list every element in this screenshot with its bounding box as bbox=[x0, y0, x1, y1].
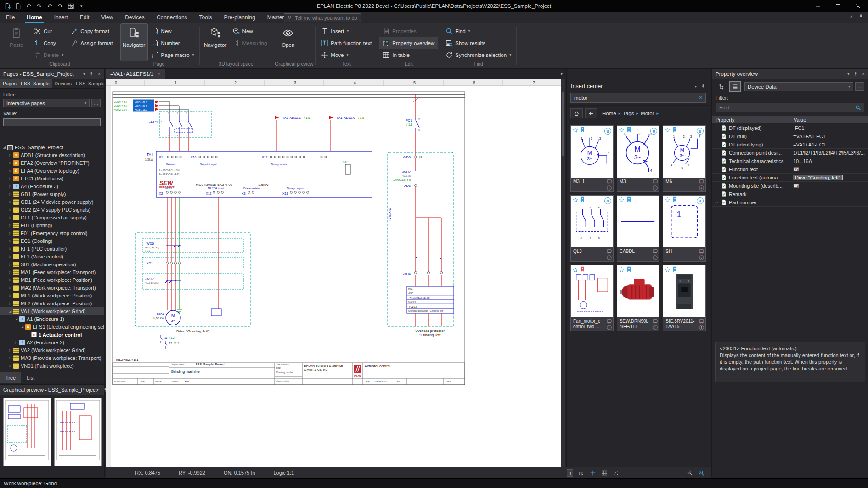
navigator-button[interactable]: Navigator bbox=[202, 24, 229, 61]
tree-item[interactable]: ▷ML2 (Work workpiece: Position) bbox=[0, 299, 104, 307]
scheme-combo[interactable]: Device Data ▾ bbox=[744, 82, 853, 91]
redo-icon[interactable]: ↷ bbox=[34, 1, 44, 11]
info-icon[interactable] bbox=[699, 185, 705, 191]
zoom-in-icon[interactable] bbox=[698, 470, 705, 476]
chevron-down-icon[interactable]: ▾ bbox=[97, 388, 99, 392]
tree-item[interactable]: ▷S01 (Machine operation) bbox=[0, 260, 104, 268]
new-button[interactable]: New bbox=[230, 25, 271, 37]
tree-expander[interactable]: ▷ bbox=[8, 302, 13, 305]
insert-mode-icon[interactable]: n bbox=[567, 470, 573, 476]
navigator-button[interactable]: Navigator bbox=[121, 24, 147, 61]
tree-expander[interactable]: ◢ bbox=[2, 146, 7, 149]
favorite-star-icon[interactable] bbox=[619, 267, 625, 273]
doc-tab-pages[interactable]: Pages - ESS_Sample_Pro... bbox=[0, 79, 52, 88]
grid-icon[interactable] bbox=[601, 470, 608, 476]
multiline-edit-icon[interactable] bbox=[793, 183, 799, 189]
delete-button[interactable]: Delete▾ bbox=[31, 49, 67, 61]
tree-expander[interactable]: ▷ bbox=[8, 161, 13, 165]
insert-tile-sew-drn90l[interactable]: SEW.DRN90L4/FE/TH bbox=[617, 265, 660, 331]
tab-list-icon[interactable]: ▾ bbox=[560, 72, 563, 76]
pin-icon[interactable] bbox=[853, 72, 858, 76]
insert-button[interactable]: Insert▾ bbox=[318, 25, 375, 37]
tree-expander[interactable]: ▷ bbox=[8, 185, 13, 188]
tree-item[interactable]: ▷GB1 (Power supply) bbox=[0, 190, 104, 198]
favorite-star-icon[interactable] bbox=[665, 197, 671, 203]
property-row[interactable]: Technical characteristics10...16A bbox=[712, 157, 868, 165]
ribbon-tab-view[interactable]: View bbox=[95, 12, 119, 23]
tree-item[interactable]: ▷MA2 (Work workpiece: Transport) bbox=[0, 284, 104, 292]
bookmark-icon[interactable] bbox=[580, 196, 585, 203]
ribbon-tab-edit[interactable]: Edit bbox=[74, 12, 96, 23]
tree-expander[interactable]: ▷ bbox=[8, 270, 13, 274]
insert-tile-m6[interactable]: 1237456M3~8M6 bbox=[663, 125, 706, 192]
move-button[interactable]: Move▾ bbox=[318, 49, 375, 61]
bookmark-icon[interactable] bbox=[626, 196, 631, 203]
new-button[interactable]: New bbox=[148, 25, 197, 37]
tree-item[interactable]: ▷MA3 (Provide workpiece: Transport) bbox=[0, 354, 104, 362]
undo-icon[interactable]: ↶ bbox=[24, 1, 33, 11]
pin-icon[interactable] bbox=[858, 14, 863, 19]
value-input[interactable] bbox=[3, 118, 101, 126]
insert-tile-sie-3rv2011-[interactable]: SIE.3RV2011-1AA15 bbox=[663, 265, 706, 331]
tree-expander[interactable]: ▷ bbox=[8, 255, 13, 258]
tree-expander[interactable]: ▷ bbox=[8, 216, 13, 219]
property-row[interactable]: Mounting site (describ... bbox=[712, 182, 868, 190]
filter-combo[interactable]: Interactive pages ▾ bbox=[3, 99, 90, 107]
favorite-star-icon[interactable] bbox=[619, 127, 625, 133]
find-button[interactable]: Find▾ bbox=[442, 25, 514, 37]
info-icon[interactable] bbox=[606, 255, 612, 261]
tree-item[interactable]: ■1 Actuator control bbox=[0, 331, 104, 338]
tree-item[interactable]: ▷KF1 (PLC controller) bbox=[0, 245, 104, 252]
canvas-scrollbar[interactable] bbox=[561, 79, 565, 467]
close-icon[interactable]: × bbox=[98, 72, 101, 77]
favorite-star-icon[interactable] bbox=[572, 127, 578, 133]
page-thumbnail[interactable] bbox=[3, 398, 51, 466]
tree-expander[interactable]: ▷ bbox=[14, 341, 19, 344]
ribbon-tab-devices[interactable]: Devices bbox=[119, 12, 151, 23]
macro-variant-icon[interactable] bbox=[606, 248, 612, 254]
ribbon-tab-pre-planning[interactable]: Pre-planning bbox=[218, 12, 261, 23]
tree-expander[interactable]: ▷ bbox=[8, 239, 13, 243]
info-icon[interactable] bbox=[606, 325, 612, 331]
paste-button[interactable]: Paste bbox=[3, 24, 30, 61]
macro-variant-icon[interactable] bbox=[699, 179, 705, 185]
insert-tile-cabdl[interactable]: CABDL bbox=[617, 195, 660, 262]
property-overview-button[interactable]: Property overview bbox=[379, 37, 438, 49]
bookmark-icon[interactable] bbox=[580, 266, 585, 273]
tell-me-search[interactable]: Tell me what you want to do bbox=[284, 13, 361, 22]
pin-icon[interactable] bbox=[89, 72, 94, 76]
info-icon[interactable] bbox=[699, 325, 705, 331]
property-row[interactable]: DT (full)=VA1+A1-FC1 bbox=[712, 132, 868, 140]
tree-item[interactable]: ▷EC1 (Cooling) bbox=[0, 237, 104, 245]
chevron-down-icon[interactable]: ▾ bbox=[847, 72, 849, 76]
multiline-edit-icon[interactable] bbox=[793, 166, 799, 172]
macro-variant-icon[interactable] bbox=[699, 318, 705, 324]
property-row[interactable]: Remark bbox=[712, 190, 868, 198]
tree-expander[interactable]: ◢ bbox=[20, 325, 25, 329]
doc-tab-devices[interactable]: Devices - ESS_Sample_Pr... bbox=[52, 79, 104, 88]
tree-expander[interactable]: ▷ bbox=[8, 348, 13, 352]
tree-item[interactable]: ▷&ADB1 (Structure description) bbox=[0, 151, 104, 159]
toolbar-options-icon[interactable]: ▾ bbox=[77, 1, 86, 11]
row-expander-icon[interactable]: ▷ bbox=[716, 201, 719, 204]
macro-variant-icon[interactable] bbox=[699, 248, 705, 254]
favorite-star-icon[interactable] bbox=[619, 197, 625, 203]
pin-icon[interactable] bbox=[701, 84, 705, 89]
insert-tile-m3[interactable]: 1234M3~8M3 bbox=[617, 125, 660, 192]
path-function-text-button[interactable]: Path function text bbox=[318, 37, 375, 49]
property-row[interactable]: Function text (automa...Drive "Grinding,… bbox=[712, 174, 868, 182]
info-icon[interactable] bbox=[652, 185, 658, 191]
bookmark-icon[interactable] bbox=[580, 127, 585, 133]
bookmark-icon[interactable] bbox=[626, 266, 631, 273]
tree-expander[interactable]: ▷ bbox=[8, 364, 13, 368]
macro-variant-icon[interactable] bbox=[652, 248, 658, 254]
info-icon[interactable] bbox=[606, 185, 612, 191]
tree-expander[interactable]: ▷ bbox=[8, 286, 13, 290]
open-button[interactable]: Open bbox=[275, 24, 301, 61]
property-row[interactable]: DT (displayed)-FC1 bbox=[712, 124, 868, 132]
ribbon-tab-connections[interactable]: Connections bbox=[151, 12, 193, 23]
tree-item[interactable]: ▷E01 (Lighting) bbox=[0, 221, 104, 229]
tree-expander[interactable]: ◢ bbox=[8, 309, 13, 313]
new-page-icon[interactable] bbox=[3, 1, 12, 11]
find-input[interactable]: Find bbox=[716, 103, 864, 112]
